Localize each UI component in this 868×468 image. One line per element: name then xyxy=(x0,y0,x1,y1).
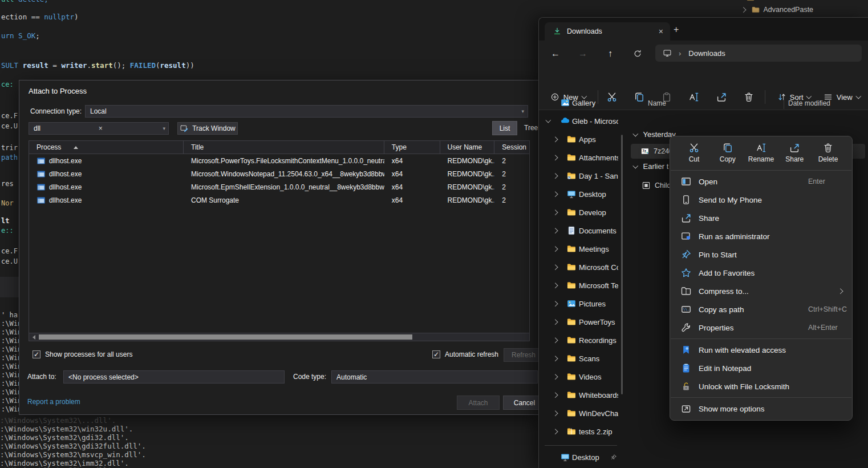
chevron-down-icon[interactable] xyxy=(546,118,551,123)
sidebar-item-develop[interactable]: Develop xyxy=(539,203,623,221)
quick-action-copy[interactable]: Copy xyxy=(712,140,744,166)
chevron-right-icon[interactable] xyxy=(553,155,558,160)
menu-item-show-more-options[interactable]: Show more options xyxy=(672,400,850,418)
sidebar-item-desktop[interactable]: Desktop xyxy=(539,448,623,466)
sidebar-item-tests-2-zip[interactable]: tests 2.zip xyxy=(539,422,623,441)
sidebar-item-whiteboards[interactable]: Whiteboards xyxy=(539,386,623,404)
sidebar-item-attachments[interactable]: Attachments xyxy=(539,148,623,167)
menu-item-run-with-elevated-access[interactable]: Run with elevated access xyxy=(672,341,850,359)
tree-item-advancedpaste[interactable]: AdvancedPaste xyxy=(741,5,813,14)
report-a-problem-link[interactable]: Report a problem xyxy=(27,398,80,406)
sidebar-item-day-1-sangee[interactable]: Day 1 - Sangee xyxy=(539,167,623,185)
process-row[interactable]: dllhost.exeMicrosoft.PowerToys.FileLocks… xyxy=(29,154,529,167)
chevron-right-icon[interactable] xyxy=(553,319,558,324)
chevron-right-icon[interactable] xyxy=(553,429,558,434)
column-header-title[interactable]: Title xyxy=(184,141,384,154)
chevron-right-icon[interactable] xyxy=(553,191,558,196)
column-header-name[interactable]: Name xyxy=(648,99,666,107)
group-header-earlier[interactable]: Earlier t xyxy=(634,162,668,171)
chevron-right-icon[interactable] xyxy=(553,392,558,397)
group-header-yesterday[interactable]: Yesterday xyxy=(634,130,676,139)
column-header-type[interactable]: Type xyxy=(384,141,440,154)
sidebar-item-documents[interactable]: Documents xyxy=(539,221,623,240)
sidebar-item-scans[interactable]: Scans xyxy=(539,349,623,368)
sidebar-item-windevchat-c[interactable]: WinDevChat c xyxy=(539,404,623,422)
quick-action-cut[interactable]: Cut xyxy=(678,140,710,166)
sidebar-item-videos[interactable]: Videos xyxy=(539,368,623,386)
refresh-button[interactable] xyxy=(628,45,647,62)
sidebar-item-apps[interactable]: Apps xyxy=(539,130,623,148)
process-filter-input[interactable]: dll × ▾ xyxy=(29,122,169,135)
menu-item-compress-to-[interactable]: Compress to... xyxy=(672,282,850,300)
chevron-right-icon[interactable] xyxy=(553,173,558,178)
code-type-combobox[interactable]: Automatic xyxy=(331,370,538,384)
attach-button[interactable]: Attach xyxy=(457,396,500,410)
chevron-right-icon[interactable] xyxy=(553,246,558,251)
process-row[interactable]: dllhost.exeMicrosoft.WindowsNotepad_11.2… xyxy=(29,167,529,180)
menu-item-label: Pin to Start xyxy=(699,251,737,259)
clear-filter-icon[interactable]: × xyxy=(99,124,105,132)
tree-item-modules[interactable]: modules xyxy=(746,0,785,2)
sidebar-item-meetings[interactable]: Meetings xyxy=(539,240,623,258)
tree-view-toggle[interactable]: Tree xyxy=(524,124,538,132)
sidebar-item-gallery[interactable]: Gallery xyxy=(539,94,623,112)
document-icon xyxy=(566,225,577,236)
chevron-right-icon[interactable] xyxy=(553,136,558,142)
quick-action-rename[interactable]: Rename xyxy=(745,140,777,166)
sidebar-item-microsoft-cop[interactable]: Microsoft Cop xyxy=(539,258,623,276)
menu-item-send-to-my-phone[interactable]: Send to My Phone xyxy=(672,191,850,209)
auto-refresh-checkbox[interactable]: ✓ Automatic refresh xyxy=(432,350,498,358)
menu-item-add-to-favorites[interactable]: Add to Favorites xyxy=(672,264,850,282)
show-all-users-checkbox[interactable]: ✓ Show processes for all users xyxy=(33,350,132,358)
chevron-right-icon[interactable] xyxy=(553,356,558,361)
sidebar-scrollbar[interactable] xyxy=(621,135,623,394)
connection-type-combobox[interactable]: Local ▾ xyxy=(85,105,528,118)
chevron-right-icon[interactable] xyxy=(553,410,558,415)
menu-item-unlock-with-file-locksmith[interactable]: Unlock with File Locksmith xyxy=(672,377,850,396)
back-button[interactable]: ← xyxy=(546,45,565,62)
forward-button[interactable]: → xyxy=(573,45,593,62)
chevron-right-icon[interactable] xyxy=(553,209,558,215)
menu-item-run-as-administrator[interactable]: Run as administrator xyxy=(672,227,850,245)
scrollbar-thumb[interactable] xyxy=(39,334,412,340)
chevron-right-icon[interactable] xyxy=(553,264,558,269)
close-tab-icon[interactable]: × xyxy=(659,27,663,36)
quick-action-delete[interactable]: Delete xyxy=(812,140,844,166)
column-header-session[interactable]: Session xyxy=(494,141,529,154)
chevron-right-icon[interactable] xyxy=(553,374,558,379)
sidebar-item-desktop[interactable]: Desktop xyxy=(539,185,623,203)
process-row[interactable]: dllhost.exeMicrosoft.EpmShellExtension_1… xyxy=(29,180,529,193)
address-bar[interactable]: › Downloads xyxy=(655,45,862,62)
process-table-header: Process Title Type User Name Session xyxy=(29,141,529,154)
attach-to-field[interactable]: <No process selected> xyxy=(63,370,285,384)
menu-item-edit-in-notepad[interactable]: Edit in Notepad xyxy=(672,359,850,377)
scroll-left-arrow-icon[interactable] xyxy=(33,335,35,340)
sidebar-item-gleb-microsoft[interactable]: Gleb - Microsoft xyxy=(539,112,623,130)
menu-item-copy-as-path[interactable]: \\..Copy as pathCtrl+Shift+C xyxy=(672,300,850,318)
up-button[interactable]: ↑ xyxy=(601,45,620,62)
quick-action-share[interactable]: Share xyxy=(778,140,810,166)
new-tab-button[interactable]: + xyxy=(674,25,679,35)
column-header-username[interactable]: User Name xyxy=(440,141,495,154)
menu-item-properties[interactable]: PropertiesAlt+Enter xyxy=(672,318,850,337)
refresh-button[interactable]: Refresh xyxy=(504,348,543,362)
sidebar-item-powertoys[interactable]: PowerToys xyxy=(539,313,623,331)
column-header-process[interactable]: Process xyxy=(29,141,184,154)
chevron-right-icon[interactable] xyxy=(553,301,558,306)
menu-item-open[interactable]: OpenEnter xyxy=(672,172,850,191)
chevron-right-icon[interactable] xyxy=(553,337,558,342)
chevron-right-icon[interactable] xyxy=(553,228,558,233)
tab-downloads[interactable]: Downloads × xyxy=(545,22,670,41)
menu-item-pin-to-start[interactable]: Pin to Start xyxy=(672,245,850,264)
column-header-date[interactable]: Date modified xyxy=(788,99,830,107)
sidebar-item-recordings[interactable]: Recordings xyxy=(539,331,623,349)
chevron-right-icon[interactable] xyxy=(553,283,558,288)
column-divider[interactable] xyxy=(784,96,784,109)
sidebar-item-pictures[interactable]: Pictures xyxy=(539,294,623,313)
table-horizontal-scrollbar[interactable] xyxy=(29,333,530,341)
menu-item-share[interactable]: Share xyxy=(672,209,850,227)
process-row[interactable]: dllhost.exeCOM Surrogatex64REDMOND\gk...… xyxy=(29,193,529,207)
track-window-button[interactable]: Track Window xyxy=(177,122,238,135)
sidebar-item-microsoft-tear[interactable]: Microsoft Tear xyxy=(539,276,623,294)
list-view-toggle[interactable]: List xyxy=(492,121,517,135)
